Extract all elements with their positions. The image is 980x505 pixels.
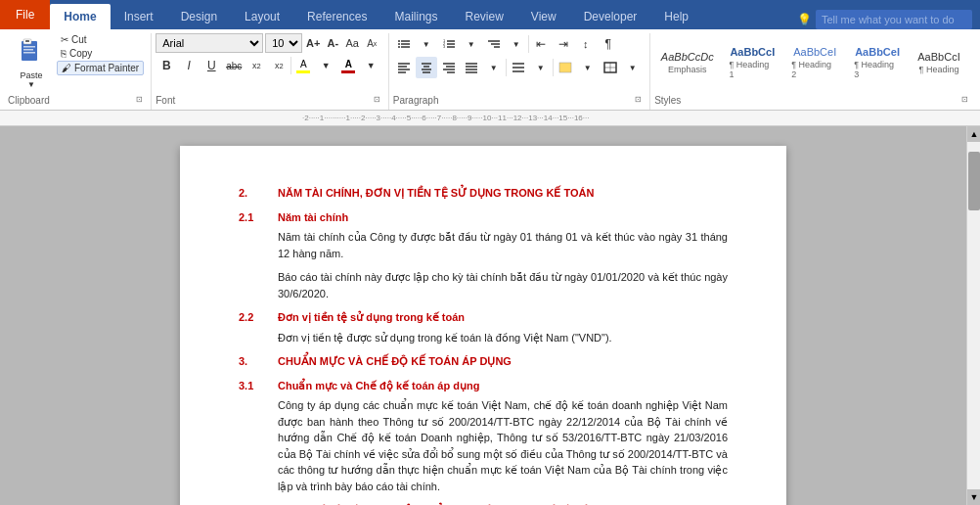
tab-view[interactable]: View [517,4,570,29]
borders-dropdown[interactable]: ▼ [622,57,644,78]
style-heading3[interactable]: AaBbCeI ¶ Heading 3 [847,42,908,82]
copy-button[interactable]: ⎘ Copy [57,47,144,60]
tab-mailings[interactable]: Mailings [380,4,451,29]
paste-button[interactable]: Paste ▼ [8,33,55,91]
vertical-scrollbar[interactable]: ▲ ▼ [966,126,980,505]
tab-help[interactable]: Help [650,4,702,29]
scroll-up-button[interactable]: ▲ [967,126,980,142]
clipboard-content: Paste ▼ ✂ Cut ⎘ Copy [8,33,144,91]
clear-format-button[interactable]: Ax [363,34,380,52]
ribbon: Paste ▼ ✂ Cut ⎘ Copy [0,29,980,111]
scroll-thumb[interactable] [968,152,980,210]
font-expand-icon[interactable]: ⊡ [374,95,380,104]
change-case-button[interactable]: Aa [343,34,361,52]
multilevel-button[interactable] [483,33,505,55]
align-right-button[interactable] [438,57,460,78]
tab-references[interactable]: References [293,4,380,29]
multilevel-dropdown[interactable]: ▼ [506,33,527,55]
section-3-1-para1: Công ty áp dụng các chuẩn mực kế toán Vi… [239,397,728,494]
align-left-button[interactable] [393,57,415,78]
italic-button[interactable]: I [178,55,200,76]
command-row: Paste ▼ ✂ Cut ⎘ Copy [0,29,980,110]
show-marks-button[interactable]: ¶ [598,33,619,55]
svg-point-9 [398,40,400,42]
tab-review[interactable]: Review [451,4,516,29]
heading1-preview: AaBbCcI [730,45,775,60]
superscript-button[interactable]: x2 [268,55,290,76]
decrease-font-button[interactable]: A- [324,34,341,52]
scroll-track [967,142,980,489]
increase-indent-button[interactable]: ⇥ [553,33,574,55]
highlight-dropdown[interactable]: ▼ [315,55,336,76]
font-row1: Arial 10 A+ A- Aa Ax [156,33,380,53]
section-3-1-num: 3.1 [239,378,268,394]
increase-font-button[interactable]: A+ [304,34,322,52]
section-2-2-heading: 2.2 Đơn vị tiền tệ sử dụng trong kế toán [239,309,728,326]
subscript-button[interactable]: x2 [245,55,267,76]
bullets-button[interactable] [393,33,415,55]
borders-button[interactable] [600,57,621,78]
svg-rect-3 [23,46,35,48]
underline-button[interactable]: U [200,55,222,76]
ruler: ·2·····1··········1·····2·····3·····4···… [0,111,980,126]
document-area: 2. NĂM TÀI CHÍNH, ĐƠN VỊ TIỀN TỆ SỬ DỤNG… [0,126,980,505]
sort-button[interactable]: ↕ [575,33,597,55]
font-size-select[interactable]: 10 [265,33,302,53]
font-color-dropdown[interactable]: ▼ [360,55,381,76]
clipboard-expand-icon[interactable]: ⊡ [136,95,143,104]
tab-file[interactable]: File [0,0,50,29]
para-divider1 [528,35,529,53]
style-heading1[interactable]: AaBbCcI ¶ Heading 1 [722,42,782,82]
tab-layout[interactable]: Layout [231,4,293,29]
svg-text:3: 3 [443,44,446,49]
help-search-input[interactable] [816,10,972,29]
document-scroll[interactable]: 2. NĂM TÀI CHÍNH, ĐƠN VỊ TIỀN TỆ SỬ DỤNG… [0,126,966,505]
numbering-dropdown[interactable]: ▼ [461,33,482,55]
format-painter-button[interactable]: 🖌 Format Painter [57,61,144,75]
line-spacing-btn-dropdown[interactable]: ▼ [530,57,552,78]
strikethrough-button[interactable]: abc [223,55,245,76]
shading-dropdown[interactable]: ▼ [577,57,599,78]
line-spacing-dropdown[interactable]: ▼ [483,57,505,78]
text-highlight-button[interactable]: A [292,55,314,76]
heading2-preview: AaBbCeI [793,45,836,60]
paragraph-label: Paragraph [393,93,439,106]
font-family-select[interactable]: Arial [156,33,263,53]
svg-rect-4 [23,49,33,51]
para-row1: ▼ 123 ▼ ▼ ⇤ ⇥ ↕ ¶ [393,33,619,55]
styles-label-row: Styles ⊡ [654,93,968,106]
section-2-2-title: Đơn vị tiền tệ sử dụng trong kế toán [278,309,465,326]
tab-insert[interactable]: Insert [111,4,167,29]
align-center-button[interactable] [416,57,437,78]
numbering-button[interactable]: 123 [438,33,460,55]
tab-developer[interactable]: Developer [570,4,651,29]
clipboard-small-buttons: ✂ Cut ⎘ Copy 🖌 Format Painter [57,33,144,75]
clipboard-label: Clipboard [8,93,50,106]
clipboard-label-row: Clipboard ⊡ [8,93,143,106]
decrease-indent-button[interactable]: ⇤ [530,33,552,55]
svg-rect-2 [25,40,29,42]
section-3-num: 3. [239,353,268,370]
bullets-dropdown[interactable]: ▼ [416,33,437,55]
line-spacing-button[interactable] [508,57,529,78]
heading3-preview: AaBbCeI [855,45,900,60]
justify-button[interactable] [461,57,482,78]
bold-button[interactable]: B [156,55,177,76]
style-heading2[interactable]: AaBbCeI ¶ Heading 2 [784,42,845,82]
cut-button[interactable]: ✂ Cut [57,33,144,46]
document-page: 2. NĂM TÀI CHÍNH, ĐƠN VỊ TIỀN TỆ SỬ DỤNG… [180,146,786,505]
section-2-num: 2. [239,185,268,202]
style-heading4[interactable]: AaBbCcI ¶ Heading [910,47,968,77]
styles-content: AaBbCcDc Emphasis AaBbCcI ¶ Heading 1 Aa… [654,33,968,91]
font-color-button[interactable]: A [337,55,359,76]
highlight-color-bar [296,70,310,73]
styles-expand-icon[interactable]: ⊡ [961,95,968,104]
tab-home[interactable]: Home [50,4,110,29]
shading-button[interactable] [555,57,576,78]
style-emphasis[interactable]: AaBbCcDc Emphasis [654,47,720,77]
tab-design[interactable]: Design [167,4,231,29]
clipboard-group: Paste ▼ ✂ Cut ⎘ Copy [4,33,152,110]
paragraph-expand-icon[interactable]: ⊡ [635,95,642,104]
font-label: Font [156,93,175,106]
scroll-down-button[interactable]: ▼ [967,489,980,505]
